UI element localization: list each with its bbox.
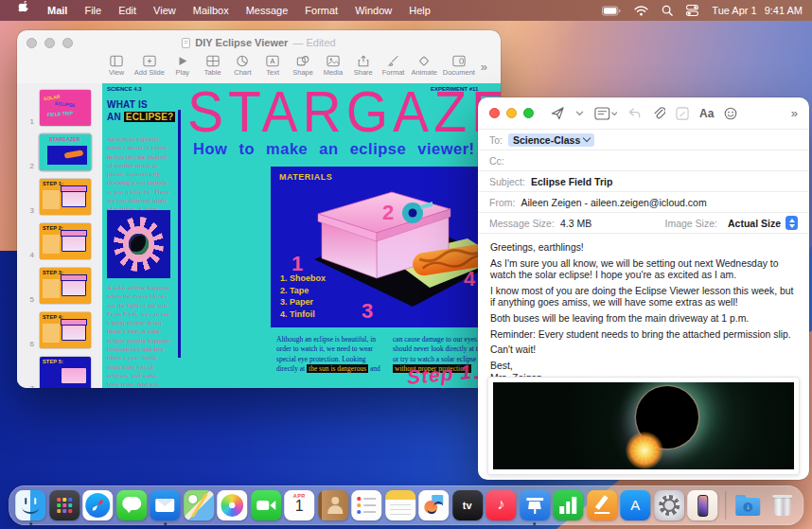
dock-icon-contacts[interactable] bbox=[318, 490, 348, 520]
spotlight-search-icon[interactable] bbox=[662, 5, 673, 16]
dock-icon-safari[interactable] bbox=[82, 490, 113, 520]
menu-file[interactable]: File bbox=[76, 0, 110, 21]
apple-menu-icon[interactable] bbox=[9, 0, 39, 21]
keynote-window-title: DIY Eclipse Viewer — Edited bbox=[17, 37, 501, 48]
image-size-control[interactable]: Image Size: Actual Size bbox=[665, 216, 798, 230]
dock-icon-numbers[interactable] bbox=[553, 490, 583, 520]
slide-thumbnail-2-selected[interactable]: 2 STARGAZER bbox=[17, 132, 102, 172]
toolbar-add-slide-button[interactable]: Add Slide bbox=[134, 55, 165, 77]
menu-format[interactable]: Format bbox=[296, 0, 346, 21]
minimize-button[interactable] bbox=[506, 108, 517, 118]
dock-icon-maps[interactable] bbox=[184, 490, 214, 520]
toolbar-overflow-chevron[interactable]: » bbox=[791, 106, 798, 120]
keynote-body: 1 SOLAR ECLIPSE FIELD TRIP 2 STARGAZER 3… bbox=[17, 83, 501, 388]
dock-icon-downloads[interactable]: ↓ bbox=[733, 490, 763, 520]
dock-icon-calendar[interactable]: APR 1 bbox=[284, 490, 314, 520]
dock-icon-freeform[interactable] bbox=[418, 490, 449, 520]
toolbar-animate-button[interactable]: Animate bbox=[411, 55, 437, 77]
slide-thumbnail-5[interactable]: 5 STEP 3: bbox=[17, 266, 102, 306]
header-fields-button[interactable] bbox=[594, 107, 617, 120]
attached-eclipse-photo[interactable] bbox=[487, 377, 800, 475]
battery-icon[interactable] bbox=[602, 6, 621, 16]
minimize-button[interactable] bbox=[44, 38, 55, 48]
toolbar-overflow-chevron[interactable]: » bbox=[481, 60, 487, 74]
slide-thumbnail-4[interactable]: 4 STEP 2: bbox=[17, 221, 102, 261]
close-button[interactable] bbox=[26, 38, 37, 48]
zoom-button[interactable] bbox=[523, 108, 534, 118]
dock-icon-finder[interactable] bbox=[15, 490, 45, 520]
message-body[interactable]: Greetings, earthlings! As I'm sure you a… bbox=[478, 234, 809, 384]
zoom-button[interactable] bbox=[62, 38, 73, 48]
danger-highlight: the sun is dangerous bbox=[307, 364, 368, 373]
menu-mailbox[interactable]: Mailbox bbox=[185, 0, 238, 21]
to-field[interactable]: To: Science-Class bbox=[478, 130, 809, 150]
menu-message[interactable]: Message bbox=[238, 0, 297, 21]
dock-icon-keynote[interactable] bbox=[520, 490, 550, 520]
slide-thumbnail-3[interactable]: 3 STEP 1: bbox=[17, 177, 102, 217]
menu-view[interactable]: View bbox=[145, 0, 185, 21]
message-size-value: 4.3 MB bbox=[560, 218, 591, 229]
toolbar-share-button[interactable]: Share bbox=[351, 55, 376, 77]
attach-button[interactable] bbox=[652, 106, 665, 120]
send-options-chevron-icon[interactable] bbox=[575, 111, 584, 116]
dock-icon-reminders[interactable] bbox=[351, 490, 381, 520]
from-field[interactable]: From: Aileen Zeigen - aileen.zeigen@iclo… bbox=[478, 192, 809, 213]
body-paragraph: Greetings, earthlings! bbox=[490, 242, 797, 254]
dock-icon-music[interactable]: ♪ bbox=[485, 490, 516, 520]
dock-icon-app-store[interactable]: A bbox=[620, 490, 650, 520]
body-paragraph: Reminder: Every student needs to bring t… bbox=[490, 329, 797, 341]
materials-item: 3. Paper bbox=[280, 296, 326, 309]
toolbar-format-button[interactable]: Format bbox=[381, 55, 406, 77]
body-paragraph: Can't wait! bbox=[490, 344, 797, 356]
menu-edit[interactable]: Edit bbox=[110, 0, 145, 21]
slide-paragraph-solar: A solar eclipse happens when the moon bl… bbox=[107, 284, 170, 388]
dock-icon-notes[interactable] bbox=[385, 490, 415, 520]
menu-help[interactable]: Help bbox=[400, 0, 439, 21]
slide-thumbnail-6[interactable]: 6 STEP 4: bbox=[17, 310, 102, 350]
keynote-window-controls bbox=[26, 38, 73, 48]
dock-icon-messages[interactable] bbox=[116, 490, 147, 520]
materials-item: 4. Tinfoil bbox=[280, 309, 326, 321]
dock-icon-apple-tv[interactable]: tv bbox=[452, 490, 483, 520]
toolbar-shape-button[interactable]: Shape bbox=[291, 55, 315, 77]
close-button[interactable] bbox=[489, 108, 500, 118]
toolbar-view-button[interactable]: View bbox=[104, 55, 129, 77]
toolbar-document-button[interactable]: Document bbox=[443, 55, 475, 77]
slide-thumbnail-7[interactable]: 7 STEP 5: bbox=[17, 355, 102, 388]
eclipse-photo-canvas bbox=[493, 382, 794, 469]
from-value: Aileen Zeigen - aileen.zeigen@icloud.com bbox=[521, 197, 706, 208]
send-button[interactable] bbox=[550, 106, 565, 120]
dock-icon-system-settings[interactable] bbox=[654, 490, 684, 520]
reply-button-disabled[interactable] bbox=[627, 107, 642, 119]
toolbar-chart-button[interactable]: Chart bbox=[230, 55, 255, 77]
dock-icon-pages[interactable] bbox=[587, 490, 617, 520]
toolbar-media-button[interactable]: Media bbox=[321, 55, 345, 77]
toolbar-play-button[interactable]: Play bbox=[170, 55, 195, 77]
dock-icon-trash[interactable] bbox=[767, 490, 797, 520]
format-button[interactable]: Aa bbox=[699, 107, 714, 120]
markup-button-disabled[interactable] bbox=[676, 107, 689, 120]
toolbar-table-button[interactable]: Table bbox=[201, 55, 225, 77]
slide-canvas[interactable]: SCIENCE 4.3 EXPERIMENT #11 WHAT IS AN EC… bbox=[102, 83, 501, 388]
dock-icon-iphone-mirroring[interactable] bbox=[687, 490, 717, 520]
slide-question-heading: WHAT IS AN ECLIPSE? bbox=[107, 98, 175, 123]
menu-app-name[interactable]: Mail bbox=[39, 0, 76, 21]
emoji-button[interactable] bbox=[724, 107, 737, 120]
menu-bar-clock[interactable]: Tue Apr 1 9:41 AM bbox=[712, 5, 803, 16]
dock-icon-photos[interactable] bbox=[217, 490, 247, 520]
subject-field[interactable]: Subject: Eclipse Field Trip bbox=[478, 171, 809, 192]
slide-course-label: SCIENCE 4.3 bbox=[107, 86, 142, 92]
dock-icon-mail[interactable] bbox=[150, 490, 180, 520]
recipient-token[interactable]: Science-Class bbox=[508, 133, 594, 147]
menu-window[interactable]: Window bbox=[346, 0, 400, 21]
dock-icon-launchpad[interactable] bbox=[49, 490, 79, 520]
dock-icon-facetime[interactable] bbox=[251, 490, 281, 520]
size-row: Message Size: 4.3 MB Image Size: Actual … bbox=[478, 213, 809, 234]
cc-field[interactable]: Cc: bbox=[478, 150, 809, 171]
toolbar-text-button[interactable]: Text bbox=[260, 55, 285, 77]
image-size-dropdown-icon[interactable] bbox=[786, 216, 798, 230]
wifi-icon[interactable] bbox=[634, 6, 648, 16]
keynote-titlebar[interactable]: DIY Eclipse Viewer — Edited bbox=[17, 30, 501, 55]
slide-thumbnail-1[interactable]: 1 SOLAR ECLIPSE FIELD TRIP bbox=[17, 88, 102, 128]
control-center-icon[interactable] bbox=[686, 5, 698, 16]
